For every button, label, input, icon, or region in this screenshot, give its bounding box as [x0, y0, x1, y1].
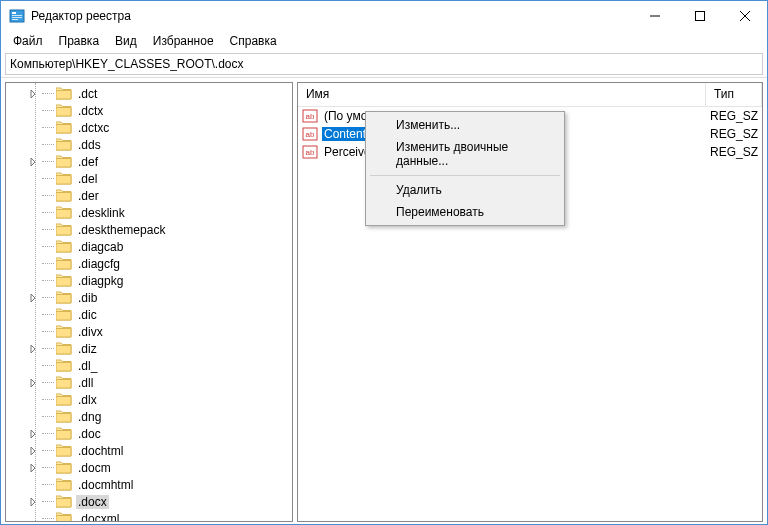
menu-view[interactable]: Вид	[107, 32, 145, 50]
tree-item-label: .der	[76, 189, 101, 203]
cell-type: REG_SZ	[706, 109, 762, 123]
tree-item-label: .dib	[76, 291, 99, 305]
tree-item-label: .docmhtml	[76, 478, 135, 492]
address-bar[interactable]: Компьютер\HKEY_CLASSES_ROOT\.docx	[5, 53, 763, 75]
address-text: Компьютер\HKEY_CLASSES_ROOT\.docx	[10, 57, 244, 71]
menu-edit[interactable]: Правка	[51, 32, 108, 50]
cell-type: REG_SZ	[706, 127, 762, 141]
tree-item[interactable]: .docxml	[6, 510, 292, 522]
folder-icon	[56, 410, 72, 423]
tree-panel[interactable]: .dct.dctx.dctxc.dds.def.del.der.desklink…	[5, 82, 293, 522]
tree-item[interactable]: .dlx	[6, 391, 292, 408]
tree-item-label: .docx	[76, 495, 109, 509]
close-button[interactable]	[722, 1, 767, 31]
tree-item[interactable]: .docm	[6, 459, 292, 476]
folder-icon	[56, 461, 72, 474]
column-name[interactable]: Имя	[298, 83, 706, 106]
tree-item[interactable]: .def	[6, 153, 292, 170]
folder-icon	[56, 291, 72, 304]
context-modify[interactable]: Изменить...	[368, 114, 562, 136]
expand-icon[interactable]	[26, 379, 40, 387]
tree-item[interactable]: .divx	[6, 323, 292, 340]
svg-rect-6	[695, 12, 704, 21]
tree-item-label: .deskthemepack	[76, 223, 167, 237]
svg-rect-1	[12, 12, 16, 14]
folder-icon	[56, 206, 72, 219]
folder-icon	[56, 240, 72, 253]
window-title: Редактор реестра	[31, 9, 632, 23]
folder-icon	[56, 444, 72, 457]
folder-icon	[56, 104, 72, 117]
folder-icon	[56, 308, 72, 321]
context-menu: Изменить... Изменить двоичные данные... …	[365, 111, 565, 226]
tree-item-label: .dct	[76, 87, 99, 101]
tree-item[interactable]: .dds	[6, 136, 292, 153]
tree-item[interactable]: .dll	[6, 374, 292, 391]
menu-file[interactable]: Файл	[5, 32, 51, 50]
tree-item-label: .dll	[76, 376, 95, 390]
svg-text:ab: ab	[306, 148, 315, 157]
folder-icon	[56, 376, 72, 389]
folder-icon	[56, 138, 72, 151]
context-modify-binary[interactable]: Изменить двоичные данные...	[368, 136, 562, 172]
expand-icon[interactable]	[26, 158, 40, 166]
svg-rect-4	[12, 19, 18, 20]
tree-item[interactable]: .deskthemepack	[6, 221, 292, 238]
folder-icon	[56, 342, 72, 355]
column-type[interactable]: Тип	[706, 83, 762, 106]
tree-item[interactable]: .doc	[6, 425, 292, 442]
context-delete[interactable]: Удалить	[368, 179, 562, 201]
maximize-button[interactable]	[677, 1, 722, 31]
tree-item-label: .docm	[76, 461, 113, 475]
expand-icon[interactable]	[26, 90, 40, 98]
folder-icon	[56, 257, 72, 270]
tree-item[interactable]: .docx	[6, 493, 292, 510]
tree-item-label: .dic	[76, 308, 99, 322]
tree-item-label: .diagpkg	[76, 274, 125, 288]
tree-item[interactable]: .diz	[6, 340, 292, 357]
minimize-button[interactable]	[632, 1, 677, 31]
tree-item[interactable]: .diagpkg	[6, 272, 292, 289]
tree-item-label: .diagcab	[76, 240, 125, 254]
folder-icon	[56, 172, 72, 185]
folder-icon	[56, 121, 72, 134]
tree-item-label: .diz	[76, 342, 99, 356]
tree-item[interactable]: .del	[6, 170, 292, 187]
tree-item[interactable]: .dic	[6, 306, 292, 323]
expand-icon[interactable]	[26, 498, 40, 506]
expand-icon[interactable]	[26, 345, 40, 353]
tree-item[interactable]: .dctx	[6, 102, 292, 119]
minimize-icon	[650, 11, 660, 21]
list-header: Имя Тип	[298, 83, 762, 107]
folder-icon	[56, 359, 72, 372]
folder-icon	[56, 325, 72, 338]
tree-item-label: .dctxc	[76, 121, 111, 135]
tree-item[interactable]: .dng	[6, 408, 292, 425]
expand-icon[interactable]	[26, 294, 40, 302]
tree-item[interactable]: .dctxc	[6, 119, 292, 136]
svg-text:ab: ab	[306, 130, 315, 139]
tree-item-label: .dds	[76, 138, 103, 152]
folder-icon	[56, 155, 72, 168]
expand-icon[interactable]	[26, 464, 40, 472]
expand-icon[interactable]	[26, 447, 40, 455]
context-separator	[370, 175, 560, 176]
folder-icon	[56, 478, 72, 491]
menu-help[interactable]: Справка	[222, 32, 285, 50]
folder-icon	[56, 427, 72, 440]
tree-item-label: .doc	[76, 427, 103, 441]
expand-icon[interactable]	[26, 430, 40, 438]
menu-favorites[interactable]: Избранное	[145, 32, 222, 50]
tree-item[interactable]: .docmhtml	[6, 476, 292, 493]
svg-text:ab: ab	[306, 112, 315, 121]
tree-item[interactable]: .dib	[6, 289, 292, 306]
tree-item[interactable]: .dochtml	[6, 442, 292, 459]
context-rename[interactable]: Переименовать	[368, 201, 562, 223]
tree-item[interactable]: .dl_	[6, 357, 292, 374]
tree-item[interactable]: .diagcab	[6, 238, 292, 255]
tree-item[interactable]: .desklink	[6, 204, 292, 221]
tree-item[interactable]: .dct	[6, 85, 292, 102]
tree-item[interactable]: .diagcfg	[6, 255, 292, 272]
tree-item-label: .divx	[76, 325, 105, 339]
tree-item[interactable]: .der	[6, 187, 292, 204]
